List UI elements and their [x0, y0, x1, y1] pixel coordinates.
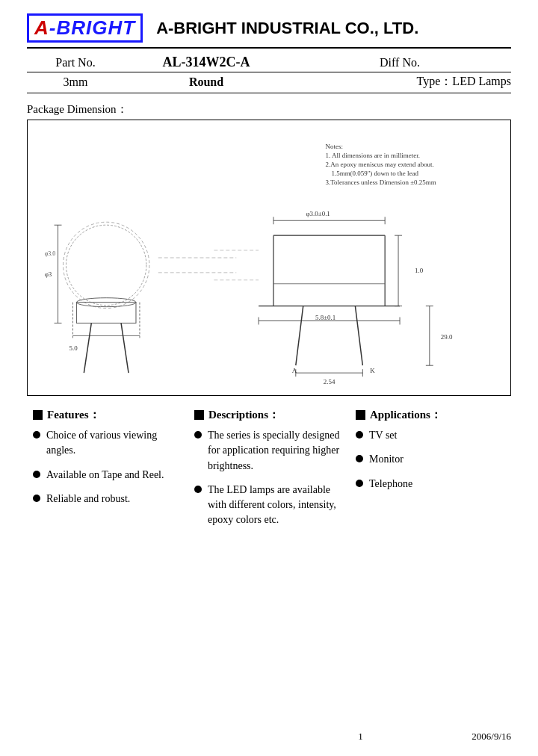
features-section: Features： Choice of various viewing angl…	[27, 408, 511, 725]
part-no-value: AL-314W2C-A	[124, 55, 288, 70]
svg-text:2.An epoxy meniscus may extend: 2.An epoxy meniscus may extend about.	[326, 161, 434, 168]
feature-item-3: Reliable and robust.	[33, 492, 182, 506]
part-row-1: Part No. AL-314W2C-A Diff No.	[27, 52, 511, 72]
svg-line-5	[121, 323, 129, 374]
svg-text:1.5mm(0.059") down to the lead: 1.5mm(0.059") down to the lead	[332, 170, 419, 177]
applications-header: Applications：	[356, 408, 505, 422]
applications-square-icon	[356, 410, 365, 420]
application-item-3: Telephone	[356, 477, 505, 492]
application-text-1: TV set	[369, 428, 505, 443]
page-number: 1	[250, 731, 472, 743]
bullet-icon-3	[33, 495, 40, 502]
app-bullet-3	[356, 480, 363, 487]
descriptions-label: Descriptions：	[208, 408, 279, 422]
type-value: Type：LED Lamps	[288, 74, 511, 90]
svg-point-1	[66, 225, 146, 305]
svg-text:φ3.0±0.1: φ3.0±0.1	[306, 210, 330, 217]
svg-line-21	[355, 306, 362, 366]
svg-text:A: A	[292, 367, 297, 374]
bullet-icon-2	[33, 471, 40, 478]
descriptions-header: Descriptions：	[194, 408, 344, 422]
app-bullet-1	[356, 431, 363, 439]
size-value: 3mm	[27, 75, 124, 89]
description-item-1: The series is specially designed for app…	[194, 428, 344, 474]
logo: A-BRIGHT	[27, 13, 143, 43]
applications-label: Applications：	[370, 408, 442, 422]
diagram-box: φ3.0 5.0 φ3 φ3.0±0.1	[27, 120, 511, 396]
description-text-2: The LED lamps are available with differe…	[208, 483, 344, 528]
svg-text:2.54: 2.54	[324, 378, 336, 385]
page: A-BRIGHT A-BRIGHT INDUSTRIAL CO., LTD. P…	[0, 0, 538, 756]
description-item-2: The LED lamps are available with differe…	[194, 483, 344, 528]
diagram-svg: φ3.0 5.0 φ3 φ3.0±0.1	[28, 120, 510, 395]
package-dimension-label: Package Dimension：	[27, 102, 511, 117]
features-square-icon	[33, 410, 43, 420]
footer: 1 2006/9/16	[27, 725, 511, 743]
feature-text-3: Reliable and robust.	[46, 492, 182, 506]
app-bullet-2	[356, 455, 363, 462]
desc-bullet-1	[194, 431, 202, 439]
svg-line-4	[84, 323, 91, 374]
shape-value: Round	[124, 75, 288, 89]
feature-text-2: Available on Tape and Reel.	[46, 468, 182, 483]
svg-text:1.0: 1.0	[415, 267, 424, 274]
application-text-3: Telephone	[369, 477, 505, 492]
svg-text:3.Tolerances unless Dimension : 3.Tolerances unless Dimension ±0.25mm	[326, 179, 436, 186]
features-label: Features：	[47, 408, 100, 422]
svg-point-0	[63, 222, 149, 308]
application-item-2: Monitor	[356, 452, 505, 467]
header: A-BRIGHT A-BRIGHT INDUSTRIAL CO., LTD.	[27, 13, 511, 49]
application-item-1: TV set	[356, 428, 505, 443]
part-no-label: Part No.	[27, 56, 124, 69]
svg-text:5.8±0.1: 5.8±0.1	[315, 314, 336, 321]
descriptions-square-icon	[194, 410, 204, 420]
part-row-2: 3mm Round Type：LED Lamps	[27, 72, 511, 93]
svg-line-20	[296, 306, 303, 366]
logo-box: A-BRIGHT	[27, 13, 143, 43]
svg-text:1. All dimensions are in milli: 1. All dimensions are in millimeter.	[326, 152, 420, 159]
part-info: Part No. AL-314W2C-A Diff No. 3mm Round …	[27, 52, 511, 93]
svg-text:φ3.0: φ3.0	[45, 250, 56, 257]
svg-text:29.0: 29.0	[441, 333, 453, 341]
feature-text-1: Choice of various viewing angles.	[46, 428, 182, 459]
application-text-2: Monitor	[369, 452, 505, 467]
svg-text:φ3: φ3	[45, 270, 52, 278]
features-column: Features： Choice of various viewing angl…	[27, 408, 188, 725]
company-name: A-BRIGHT INDUSTRIAL CO., LTD.	[156, 19, 418, 38]
diff-no-label: Diff No.	[288, 56, 511, 69]
feature-item-2: Available on Tape and Reel.	[33, 468, 182, 483]
svg-text:5.0: 5.0	[69, 344, 78, 352]
descriptions-column: Descriptions： The series is specially de…	[188, 408, 350, 725]
feature-item-1: Choice of various viewing angles.	[33, 428, 182, 459]
bullet-icon-1	[33, 431, 40, 439]
desc-bullet-2	[194, 486, 202, 493]
date-stamp: 2006/9/16	[471, 731, 511, 743]
applications-column: Applications： TV set Monitor Telephone	[350, 408, 511, 725]
features-header: Features：	[33, 408, 182, 422]
svg-text:K: K	[370, 367, 375, 374]
svg-text:Notes:: Notes:	[326, 143, 343, 150]
description-text-1: The series is specially designed for app…	[208, 428, 344, 474]
